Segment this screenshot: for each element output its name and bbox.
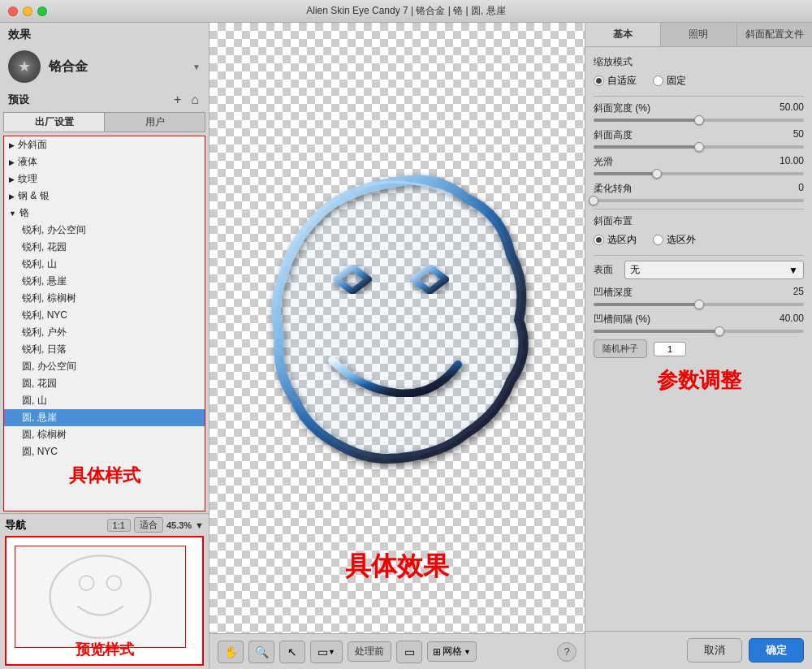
group-header-liquid[interactable]: ▶ 液体 — [4, 153, 205, 170]
ok-button[interactable]: 确定 — [749, 638, 804, 663]
surface-value: 无 — [630, 263, 640, 277]
bevel-inside-option[interactable]: 选区内 — [594, 233, 637, 247]
soften-track[interactable] — [594, 199, 804, 202]
preset-item[interactable]: 锐利, NYC — [4, 307, 205, 324]
group-header-outer-bevel[interactable]: ▶ 外斜面 — [4, 136, 205, 153]
window-controls[interactable] — [8, 6, 47, 16]
zoom-tool-button[interactable]: 🔍 — [248, 641, 274, 663]
random-seed-button[interactable]: 随机种子 — [594, 339, 647, 358]
nav-zoom-dropdown[interactable]: ▼ — [195, 520, 204, 530]
collapse-icon: ▶ — [9, 158, 15, 166]
bevel-height-track[interactable] — [594, 145, 804, 149]
svg-point-1 — [80, 576, 94, 590]
home-preset-button[interactable]: ⌂ — [189, 93, 201, 107]
nav-preview[interactable]: 预览样式 — [5, 536, 204, 666]
zoom-adaptive-radio[interactable] — [594, 76, 604, 86]
left-panel: 效果 ★ 铬合金 ▼ 预设 + ⌂ 出厂设置 用户 — [0, 23, 209, 669]
divider-2 — [594, 209, 804, 209]
nav-zoom-fit[interactable]: 适合 — [134, 517, 163, 533]
preset-item[interactable]: 锐利, 户外 — [4, 324, 205, 341]
presets-label: 预设 — [8, 93, 29, 107]
right-content: 缩放模式 自适应 固定 斜面宽度 (%) 50.00 — [585, 47, 812, 631]
grid-dropdown-icon: ▼ — [464, 648, 471, 656]
bevel-width-track[interactable] — [594, 119, 804, 122]
group-header-chrome[interactable]: ▼ 铬 — [4, 205, 205, 222]
blank-canvas-button[interactable]: ▭ — [396, 641, 422, 663]
nav-zoom-1[interactable]: 1:1 — [107, 519, 131, 532]
tab-user[interactable]: 用户 — [105, 113, 205, 132]
tab-lighting[interactable]: 照明 — [661, 23, 736, 46]
bevel-outside-radio[interactable] — [653, 235, 663, 245]
smooth-header: 光滑 10.00 — [594, 155, 804, 169]
group-header-texture[interactable]: ▶ 纹理 — [4, 170, 205, 188]
tab-basic[interactable]: 基本 — [585, 23, 661, 46]
preset-item[interactable]: 圆, 办公空间 — [4, 358, 205, 375]
zoom-fixed-radio[interactable] — [653, 76, 663, 86]
tab-bevel-profile[interactable]: 斜面配置文件 — [737, 23, 812, 46]
rect-tool-button[interactable]: ▭ ▼ — [310, 641, 343, 663]
group-label: 铬 — [19, 206, 29, 220]
collapse-icon: ▶ — [9, 175, 15, 183]
bevel-height-label: 斜面高度 — [594, 128, 633, 142]
bevel-inside-radio[interactable] — [594, 235, 604, 245]
divider-1 — [594, 96, 804, 97]
effect-dropdown-arrow[interactable]: ▼ — [192, 63, 201, 71]
preset-item[interactable]: 圆, 棕榈树 — [4, 426, 205, 443]
smiley-container — [243, 158, 551, 499]
tab-factory[interactable]: 出厂设置 — [4, 113, 105, 132]
zoom-adaptive-option[interactable]: 自适应 — [594, 74, 637, 88]
group-label: 液体 — [18, 155, 37, 169]
bevel-height-row: 斜面高度 50 — [594, 128, 804, 149]
preset-annotation: 具体样式 — [69, 465, 140, 486]
surface-select[interactable]: 无 ▼ — [624, 261, 804, 279]
soften-label: 柔化转角 — [594, 182, 633, 196]
preset-item[interactable]: 圆, NYC — [4, 443, 205, 460]
preset-item[interactable]: 锐利, 山 — [4, 256, 205, 273]
zoom-fixed-option[interactable]: 固定 — [653, 74, 686, 88]
minimize-button[interactable] — [23, 6, 32, 16]
arrow-tool-button[interactable]: ↖ — [279, 641, 305, 663]
effect-icon-row: ★ 铬合金 ▼ — [0, 47, 209, 89]
random-seed-input[interactable] — [654, 342, 686, 356]
hand-tool-button[interactable]: ✋ — [218, 641, 244, 663]
bevel-width-value: 50.00 — [780, 101, 804, 115]
before-button[interactable]: 处理前 — [348, 641, 391, 662]
bevel-width-header: 斜面宽度 (%) 50.00 — [594, 101, 804, 115]
preset-item[interactable]: 锐利, 花园 — [4, 239, 205, 256]
svg-point-0 — [50, 555, 151, 637]
help-button[interactable]: ? — [557, 642, 577, 662]
maximize-button[interactable] — [37, 6, 47, 16]
nav-zoom-percent: 45.3% — [166, 520, 192, 530]
groove-spacing-value: 40.00 — [780, 313, 804, 326]
grid-button[interactable]: ⊞ 网格 ▼ — [427, 641, 477, 662]
preset-item[interactable]: 锐利, 悬崖 — [4, 273, 205, 290]
nav-header: 导航 1:1 适合 45.3% ▼ — [5, 517, 204, 533]
groove-depth-track[interactable] — [594, 303, 804, 306]
cancel-button[interactable]: 取消 — [687, 638, 742, 663]
bevel-outside-option[interactable]: 选区外 — [653, 233, 696, 247]
preset-item[interactable]: 圆, 花园 — [4, 375, 205, 392]
canvas-annotation: 具体效果 — [345, 549, 449, 585]
main-layout: 效果 ★ 铬合金 ▼ 预设 + ⌂ 出厂设置 用户 — [0, 23, 812, 669]
collapse-icon: ▼ — [9, 209, 16, 218]
preset-item[interactable]: 锐利, 棕榈树 — [4, 290, 205, 307]
smooth-track[interactable] — [594, 172, 804, 175]
param-annotation: 参数调整 — [657, 368, 741, 392]
add-preset-button[interactable]: + — [172, 93, 183, 107]
preset-item[interactable]: 锐利, 日落 — [4, 341, 205, 358]
preset-item[interactable]: 锐利, 办公空间 — [4, 222, 205, 239]
preset-tabs: 出厂设置 用户 — [3, 112, 205, 132]
preset-group-steel: ▶ 钢 & 银 — [4, 188, 205, 205]
help-icon: ? — [564, 645, 569, 658]
preset-group-outer-bevel: ▶ 外斜面 — [4, 136, 205, 153]
smooth-row: 光滑 10.00 — [594, 155, 804, 175]
surface-row: 表面 无 ▼ — [594, 261, 804, 279]
close-button[interactable] — [8, 6, 18, 16]
preset-item-selected[interactable]: 圆, 悬崖 — [4, 409, 205, 426]
preset-item[interactable]: 圆, 山 — [4, 392, 205, 409]
group-label: 钢 & 银 — [18, 189, 50, 203]
group-header-steel[interactable]: ▶ 钢 & 银 — [4, 188, 205, 205]
groove-spacing-track[interactable] — [594, 330, 804, 333]
preset-group-liquid: ▶ 液体 — [4, 153, 205, 170]
bevel-height-header: 斜面高度 50 — [594, 128, 804, 142]
